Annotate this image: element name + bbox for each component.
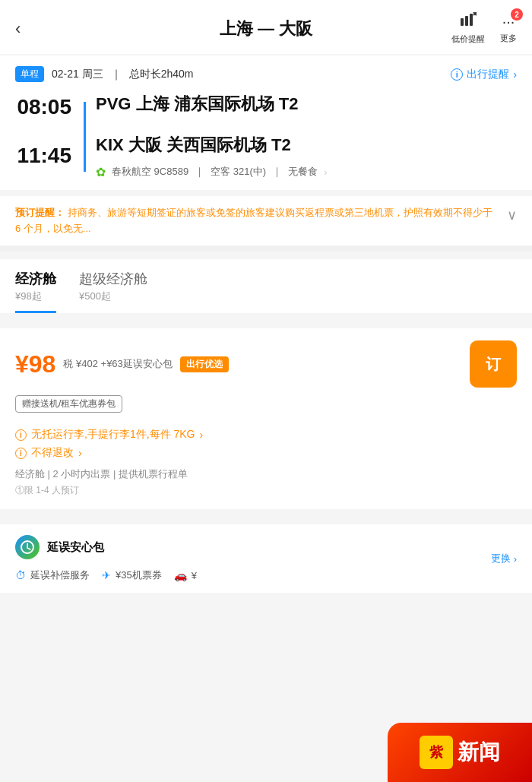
coupon-row: 赠接送机/租车优惠券包 [15, 395, 517, 420]
delay-insurance-section: 延误安心包 ⏱ 延误补偿服务 ✈ ¥35机票券 🚗 ¥ 更换 › [0, 524, 532, 593]
delay-logo-icon [15, 535, 40, 559]
luggage-text: 无托运行李,手提行李1件,每件 7KG [31, 428, 195, 442]
clock-icon: ⏱ [15, 569, 26, 581]
notice-text: 预订提醒： 持商务、旅游等短期签证的旅客或免签的旅客建议购买返程票或第三地机票，… [15, 205, 499, 237]
preferred-tag: 出行优选 [180, 356, 229, 372]
notice-expand-icon[interactable]: ∨ [507, 207, 517, 223]
tabs-row: 经济舱 ¥98起 超级经济舱 ¥500起 [15, 259, 517, 313]
no-refund-info[interactable]: i 不得退改 › [15, 446, 517, 460]
divider2 [0, 313, 532, 321]
header: ‹ 上海 — 大阪 低价提醒 2 ··· 更多 [0, 0, 532, 54]
separator: ｜ [195, 165, 204, 179]
no-refund-text: 不得退改 [31, 446, 74, 460]
divider1 [0, 245, 532, 252]
delay-compensation-label: 延误补偿服务 [30, 568, 90, 582]
times-column: 08:05 11:45 [15, 94, 84, 179]
zijin-char: 紫 [429, 743, 443, 761]
price-amount: ¥98 [15, 350, 55, 378]
car-item: 🚗 ¥ [174, 569, 197, 581]
news-text-block: 新闻 [458, 742, 500, 763]
delay-compensation: ⏱ 延误补偿服务 [15, 568, 90, 582]
airline-logo-icon: ✿ [96, 165, 106, 179]
departure-time: 08:05 [15, 94, 71, 120]
notification-badge: 2 [511, 8, 523, 21]
flight-duration-text: 总时长2h40m [129, 68, 194, 81]
tab-super-economy-price: ¥500起 [79, 290, 147, 303]
delay-items-row: ⏱ 延误补偿服务 ✈ ¥35机票券 🚗 ¥ [15, 568, 491, 582]
flight-duration: ｜ [111, 68, 122, 81]
more-label: 更多 [500, 33, 517, 44]
more-button[interactable]: 2 ··· 更多 [500, 13, 517, 44]
page-title: 上海 — 大阪 [220, 17, 312, 40]
tab-economy-price: ¥98起 [15, 290, 56, 303]
chevron-right-icon: › [513, 68, 517, 81]
news-main-text: 新闻 [458, 742, 500, 763]
travel-alert-label: 出行提醒 [467, 68, 509, 81]
cabin-tabs: 经济舱 ¥98起 超级经济舱 ¥500起 [0, 259, 532, 313]
svg-rect-1 [465, 16, 468, 26]
zijin-logo: 紫 [420, 736, 453, 769]
tab-economy-label: 经济舱 [15, 270, 56, 288]
flight-meta-left: 单程 02-21 周三 ｜ 总时长2h40m [15, 66, 194, 82]
meal-info: 无餐食 [288, 165, 318, 179]
tab-super-economy[interactable]: 超级经济舱 ¥500起 [79, 270, 147, 313]
chevron-right-icon4: › [78, 447, 82, 459]
delay-title: 延误安心包 [47, 540, 104, 555]
info-icon: i [451, 68, 463, 81]
flight-date: 02-21 周三 [52, 68, 103, 81]
svg-rect-2 [470, 14, 473, 26]
price-card: ¥98 税 ¥402 +¥63延误安心包 出行优选 订 赠接送机/租车优惠券包 … [0, 328, 532, 509]
price-tax: 税 ¥402 +¥63延误安心包 [63, 357, 172, 371]
price-alert-button[interactable]: 低价提醒 [451, 12, 485, 45]
news-logo-box: 紫 新闻 [388, 723, 532, 782]
flight-section: 单程 02-21 周三 ｜ 总时长2h40m i 出行提醒 › 08:05 11… [0, 55, 532, 190]
header-actions: 低价提醒 2 ··· 更多 [451, 12, 517, 45]
plane-icon: ✈ [102, 569, 111, 581]
tab-super-economy-label: 超级经济舱 [79, 270, 147, 288]
booking-notice: 预订提醒： 持商务、旅游等短期签证的旅客或免签的旅客建议购买返程票或第三地机票，… [0, 196, 532, 246]
book-button[interactable]: 订 [470, 340, 517, 388]
arrival-time: 11:45 [15, 143, 71, 169]
chevron-right-icon5: › [514, 553, 517, 565]
coupon-tag: 赠接送机/租车优惠券包 [15, 395, 122, 413]
oneway-tag: 单程 [15, 66, 44, 82]
price-main-row: ¥98 税 ¥402 +¥63延误安心包 出行优选 订 [15, 340, 517, 388]
notice-label: 预订提醒： [15, 207, 65, 218]
back-button[interactable]: ‹ [15, 19, 21, 39]
delay-main: 延误安心包 ⏱ 延误补偿服务 ✈ ¥35机票券 🚗 ¥ [15, 535, 491, 582]
flight-details: 经济舱 | 2 小时内出票 | 提供机票行程单 [15, 467, 517, 481]
bell-icon [460, 12, 477, 31]
airline-name: 春秋航空 9C8589 [112, 165, 188, 179]
separator2: ｜ [272, 165, 282, 179]
chevron-right-icon3: › [199, 429, 203, 441]
info-icon-refund: i [15, 448, 27, 459]
flight-meta: 单程 02-21 周三 ｜ 总时长2h40m i 出行提醒 › [15, 66, 517, 82]
departure-airport: PVG 上海 浦东国际机场 T2 [96, 94, 517, 114]
divider3 [0, 509, 532, 517]
price-info: ¥98 税 ¥402 +¥63延误安心包 出行优选 [15, 350, 229, 378]
tab-economy[interactable]: 经济舱 ¥98起 [15, 270, 56, 313]
svg-rect-0 [461, 18, 464, 26]
plane-ticket-label: ¥35机票券 [116, 568, 162, 582]
delay-switch-label: 更换 [491, 552, 511, 565]
notice-body: 持商务、旅游等短期签证的旅客或免签的旅客建议购买返程票或第三地机票，护照有效期不… [15, 207, 492, 234]
car-icon: 🚗 [174, 569, 187, 581]
aircraft-type: 空客 321(中) [211, 165, 266, 179]
luggage-info[interactable]: i 无托运行李,手提行李1件,每件 7KG › [15, 428, 517, 442]
delay-switch-button[interactable]: 更换 › [491, 552, 517, 565]
car-label: ¥ [192, 570, 197, 581]
delay-header: 延误安心包 [15, 535, 491, 559]
arrival-airport: KIX 大阪 关西国际机场 T2 [96, 135, 517, 155]
chevron-right-icon2: › [324, 166, 327, 178]
limit-info: ①限 1-4 人预订 [15, 484, 517, 497]
airport-column: PVG 上海 浦东国际机场 T2 KIX 大阪 关西国际机场 T2 ✿ 春秋航空… [84, 94, 517, 179]
news-watermark: 紫 新闻 [388, 723, 532, 782]
price-alert-label: 低价提醒 [451, 33, 485, 45]
travel-alert-button[interactable]: i 出行提醒 › [451, 68, 517, 81]
airline-info[interactable]: ✿ 春秋航空 9C8589 ｜ 空客 321(中) ｜ 无餐食 › [96, 165, 517, 179]
plane-ticket-item: ✈ ¥35机票券 [102, 568, 162, 582]
info-icon-luggage: i [15, 429, 27, 441]
flight-timeline: 08:05 11:45 PVG 上海 浦东国际机场 T2 KIX 大阪 关西国际… [15, 94, 517, 179]
timeline-line [84, 102, 86, 172]
